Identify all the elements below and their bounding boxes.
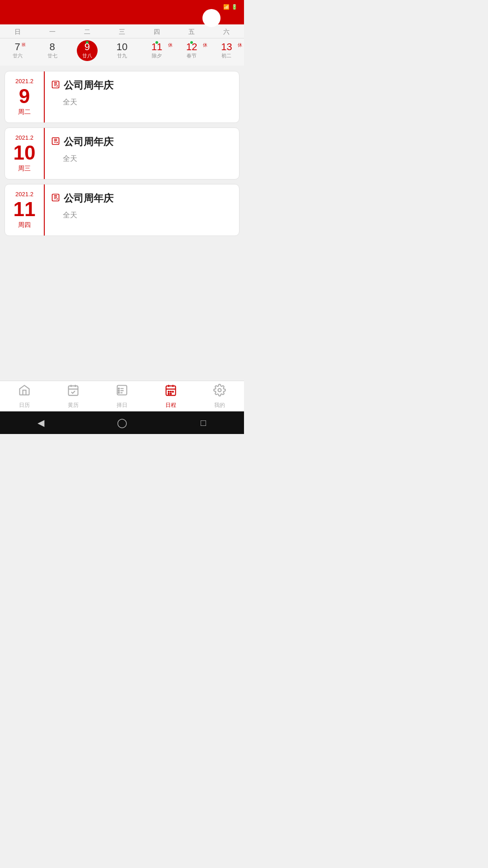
nav-item-黄历[interactable]: 黄历 (49, 384, 98, 409)
nav-item-日程[interactable]: 日程 (146, 384, 195, 409)
calendar-day[interactable]: 休12春节 (174, 40, 209, 61)
holiday-badge: 休 (238, 42, 242, 48)
week-day-label: 二 (70, 28, 104, 36)
week-day-label: 三 (104, 28, 139, 36)
day-number: 12 (186, 42, 197, 52)
event-date-column: 2021.29周二 (5, 71, 45, 123)
home-button[interactable]: ◯ (113, 414, 131, 432)
event-edit-icon (51, 137, 60, 148)
svg-point-9 (168, 391, 169, 392)
nav-label: 日程 (165, 401, 176, 409)
event-card[interactable]: 2021.210周三 公司周年庆全天 (5, 127, 239, 179)
holiday-badge: 休 (203, 42, 207, 48)
week-day-label: 一 (35, 28, 70, 36)
day-number: 10 (117, 42, 127, 52)
lunar-date: 除夕 (152, 52, 162, 59)
back-button[interactable]: ◀ (32, 414, 50, 432)
nav-label: 我的 (214, 401, 225, 409)
svg-point-7 (118, 392, 119, 393)
week-header: 日一二三四五六 (0, 24, 244, 38)
lunar-date: 廿七 (47, 52, 57, 59)
day-number: 11 (151, 42, 162, 52)
bottom-nav: 日历 黄历 择日 日程 我的 (0, 381, 244, 411)
calendar-row: 7班廿六8廿七9廿八10廿九休11除夕休12春节休13初二 (0, 38, 244, 66)
nav-item-我的[interactable]: 我的 (195, 384, 244, 409)
nav-icon-gear (213, 384, 226, 400)
svg-rect-3 (69, 386, 78, 395)
day-number: 13 (221, 42, 232, 52)
nav-item-日历[interactable]: 日历 (0, 384, 49, 409)
holiday-badge: 休 (168, 42, 173, 48)
event-content-column: 公司周年庆全天 (45, 128, 239, 179)
event-date-column: 2021.211周四 (5, 184, 45, 236)
nav-label: 择日 (117, 401, 127, 409)
event-title: 公司周年庆 (64, 135, 113, 149)
event-content-column: 公司周年庆全天 (45, 71, 239, 123)
week-day-label: 五 (174, 28, 209, 36)
lunar-date: 廿八 (82, 52, 92, 59)
week-day-label: 四 (140, 28, 174, 36)
svg-point-5 (118, 388, 119, 389)
event-weekday: 周三 (18, 165, 31, 173)
event-title-row: 公司周年庆 (51, 192, 233, 205)
event-year-month: 2021.2 (15, 191, 33, 198)
event-weekday: 周四 (18, 221, 31, 229)
week-day-label: 日 (0, 28, 35, 36)
event-edit-icon (51, 193, 60, 204)
recents-button[interactable]: □ (194, 414, 212, 432)
svg-point-6 (118, 390, 119, 391)
wifi-icon: 📶 (223, 4, 230, 10)
day-number: 8 (50, 42, 55, 52)
event-title: 公司周年庆 (64, 192, 113, 205)
event-weekday: 周二 (18, 108, 31, 116)
svg-point-13 (170, 393, 171, 394)
event-title: 公司周年庆 (64, 79, 113, 92)
event-year-month: 2021.2 (15, 78, 33, 85)
svg-point-10 (170, 391, 171, 392)
nav-icon-home (18, 384, 31, 400)
calendar-day[interactable]: 休11除夕 (140, 40, 174, 61)
lunar-date: 廿六 (13, 52, 23, 59)
nav-icon-calendar-check (67, 384, 80, 400)
event-date-column: 2021.210周三 (5, 128, 45, 179)
nav-label: 黄历 (68, 401, 79, 409)
svg-point-14 (218, 388, 221, 392)
status-right: 📶 🔋 (223, 4, 239, 10)
calendar-day[interactable]: 10廿九 (104, 40, 139, 61)
event-year-month: 2021.2 (15, 134, 33, 141)
header (0, 14, 244, 24)
event-card[interactable]: 2021.211周四 公司周年庆全天 (5, 184, 239, 236)
events-list: 2021.29周二 公司周年庆全天2021.210周三 公司周年庆全天2021.… (0, 66, 244, 392)
event-time: 全天 (63, 211, 233, 220)
svg-point-11 (173, 391, 174, 392)
event-title-row: 公司周年庆 (51, 79, 233, 92)
calendar-day[interactable]: 7班廿六 (0, 40, 35, 61)
event-time: 全天 (63, 154, 233, 164)
system-nav: ◀ ◯ □ (0, 411, 244, 434)
today-button[interactable] (202, 9, 221, 27)
event-day: 11 (14, 199, 36, 219)
day-number: 7班 (14, 42, 20, 52)
add-event-button[interactable] (223, 10, 239, 26)
event-title-row: 公司周年庆 (51, 135, 233, 149)
event-day: 9 (19, 86, 30, 106)
event-content-column: 公司周年庆全天 (45, 184, 239, 236)
event-card[interactable]: 2021.29周二 公司周年庆全天 (5, 71, 239, 123)
calendar-day[interactable]: 8廿七 (35, 40, 70, 61)
nav-label: 日历 (19, 401, 30, 409)
event-time: 全天 (63, 98, 233, 107)
battery-icon: 🔋 (231, 4, 238, 10)
calendar-day[interactable]: 休13初二 (209, 40, 244, 61)
nav-icon-calendar-grid (164, 384, 177, 400)
lunar-date: 廿九 (117, 52, 127, 59)
day-number: 9 (84, 42, 90, 52)
calendar-day[interactable]: 9廿八 (70, 40, 104, 61)
event-edit-icon (51, 80, 60, 91)
week-day-label: 六 (209, 28, 244, 36)
nav-item-择日[interactable]: 择日 (98, 384, 146, 409)
lunar-date: 初二 (221, 52, 231, 59)
lunar-date: 春节 (187, 52, 197, 59)
event-day: 10 (14, 143, 36, 163)
nav-icon-list-check (116, 384, 128, 400)
svg-point-12 (168, 393, 169, 394)
